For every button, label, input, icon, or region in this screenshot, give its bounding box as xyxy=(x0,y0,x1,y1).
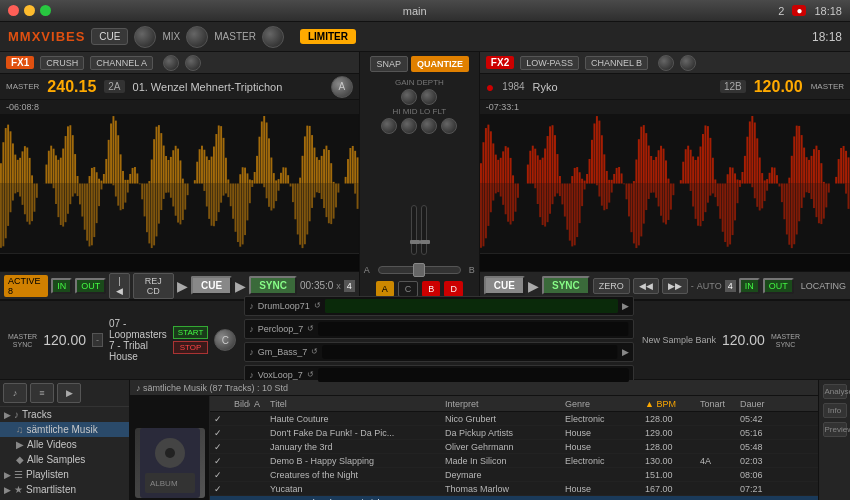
mid-knob[interactable] xyxy=(401,118,417,134)
svg-rect-82 xyxy=(96,184,98,224)
sampler-c-btn[interactable]: C xyxy=(214,329,236,351)
fx1-channel-btn[interactable]: CHANNEL A xyxy=(90,56,153,70)
gain-knob-right[interactable] xyxy=(421,89,437,105)
svg-rect-234 xyxy=(278,184,280,191)
master-knob[interactable] xyxy=(262,26,284,48)
deck-left: FX1 CRUSH CHANNEL A MASTER 240.15 2A 01.… xyxy=(0,52,360,299)
sample-play-3[interactable]: ▶ xyxy=(622,347,629,357)
svg-rect-217 xyxy=(258,137,260,184)
track-row-2[interactable]: ✓ January the 3rd Oliver Gehrmann House … xyxy=(210,440,818,454)
svg-rect-531 xyxy=(761,173,763,183)
fx1-effect-btn[interactable]: CRUSH xyxy=(40,56,84,70)
cue-big-left[interactable]: CUE xyxy=(191,276,232,295)
limiter-button[interactable]: LIMITER xyxy=(300,29,356,44)
dataset-icon-btn[interactable]: ≡ xyxy=(30,383,54,403)
sidebar-item-smartlisten[interactable]: ▶ ★ Smartlisten xyxy=(0,482,129,497)
svg-rect-360 xyxy=(549,184,551,214)
sidebar-item-alle-musik[interactable]: ♫ sämtliche Musik xyxy=(0,422,129,437)
sync-btn-left[interactable]: SYNC xyxy=(249,276,297,295)
cue-knob[interactable] xyxy=(134,26,156,48)
track-row-5[interactable]: ✓ Yucatan Thomas Marlow House 167.00 07:… xyxy=(210,482,818,496)
rew-btn-left[interactable]: REJ CD xyxy=(133,273,174,299)
hi-knob[interactable] xyxy=(381,118,397,134)
cue-big-right[interactable]: CUE xyxy=(484,276,525,295)
play-left[interactable]: ▶ xyxy=(177,278,188,294)
cue-button-left[interactable]: CUE xyxy=(91,28,128,45)
fader-right[interactable] xyxy=(421,205,427,255)
in-btn-left[interactable]: IN xyxy=(51,278,72,294)
rwd-btn-right[interactable]: ◀◀ xyxy=(633,278,659,294)
sample-play-1[interactable]: ▶ xyxy=(622,301,629,311)
svg-rect-517 xyxy=(744,156,746,184)
svg-rect-328 xyxy=(509,184,511,225)
info-button[interactable]: Info xyxy=(823,403,847,418)
track-row-1[interactable]: ✓ Don't Fake Da Funk! - Da Pic... Da Pic… xyxy=(210,426,818,440)
collection-icon-btn[interactable]: ♪ xyxy=(3,383,27,403)
minimize-button[interactable] xyxy=(24,5,35,16)
svg-rect-210 xyxy=(249,184,251,204)
fader-left[interactable] xyxy=(411,205,417,255)
col-header-key[interactable]: Tonart xyxy=(696,399,736,409)
svg-rect-19 xyxy=(22,151,24,183)
sample-icon-3: ♪ xyxy=(249,347,254,357)
mix-knob[interactable] xyxy=(186,26,208,48)
master-indicator-left: MASTER xyxy=(6,82,39,91)
sync-btn-right[interactable]: SYNC xyxy=(542,276,590,295)
prepare-icon-btn[interactable]: ▶ xyxy=(57,383,81,403)
sidebar-item-playlisten[interactable]: ▶ ☰ Playlisten xyxy=(0,467,129,482)
sidebar-item-tracks[interactable]: ▶ ♪ Tracks xyxy=(0,407,129,422)
snap-button[interactable]: SNAP xyxy=(370,56,409,72)
col-header-bilder: Bilder xyxy=(230,399,250,409)
sampler-minus-btn[interactable]: - xyxy=(92,333,103,347)
fx2-knob2[interactable] xyxy=(680,55,696,71)
stop-btn[interactable]: STOP xyxy=(173,341,208,354)
svg-rect-188 xyxy=(223,184,225,196)
mixer-row-2 xyxy=(362,118,477,134)
col-header-title[interactable]: Titel xyxy=(266,399,441,409)
track-row-0[interactable]: ✓ Haute Couture Nico Grubert Electronic … xyxy=(210,412,818,426)
close-button[interactable] xyxy=(8,5,19,16)
maximize-button[interactable] xyxy=(40,5,51,16)
col-header-genre[interactable]: Genre xyxy=(561,399,641,409)
out-btn-left[interactable]: OUT xyxy=(75,278,106,294)
fx2-channel-btn[interactable]: CHANNEL B xyxy=(585,56,648,70)
crossfader[interactable] xyxy=(378,266,461,274)
preview-button[interactable]: Preview xyxy=(823,422,847,437)
in-btn-right[interactable]: IN xyxy=(739,278,760,294)
col-header-dur[interactable]: Dauer xyxy=(736,399,781,409)
quantize-button[interactable]: QUANTIZE xyxy=(411,56,469,72)
col-header-bpm[interactable]: ▲ BPM xyxy=(641,399,696,409)
fx1-knob2[interactable] xyxy=(185,55,201,71)
lo-knob[interactable] xyxy=(421,118,437,134)
mix-label: MIX xyxy=(162,31,180,42)
analyse-button[interactable]: Analyse xyxy=(823,384,847,399)
track-row-4[interactable]: ✓ Creatures of the Night Deymare 151.00 … xyxy=(210,468,818,482)
row1-check: ✓ xyxy=(210,428,230,438)
svg-rect-505 xyxy=(729,167,731,183)
row5-bpm: 167.00 xyxy=(641,484,696,494)
gain-knob-left[interactable] xyxy=(401,89,417,105)
prev-btn-left[interactable]: |◀ xyxy=(109,273,129,299)
track-row-6[interactable]: ▶ A 01. Wenzel Mehnert-Triptichon 240.15… xyxy=(210,496,818,500)
svg-rect-226 xyxy=(268,184,270,207)
svg-rect-405 xyxy=(606,171,608,184)
row3-title: Demo B - Happy Slapping xyxy=(266,456,441,466)
zero-btn-right[interactable]: ZERO xyxy=(593,278,630,294)
fx2-effect-btn[interactable]: LOW-PASS xyxy=(520,56,579,70)
fwd-btn-right[interactable]: ▶▶ xyxy=(662,278,688,294)
play-btn-left[interactable]: ▶ xyxy=(235,278,246,294)
play-btn-right[interactable]: ▶ xyxy=(528,278,539,294)
track-row-3[interactable]: ✓ Demo B - Happy Slapping Made In Silico… xyxy=(210,454,818,468)
row2-genre: House xyxy=(561,442,641,452)
out-btn-right[interactable]: OUT xyxy=(763,278,794,294)
deck-left-a-btn[interactable]: A xyxy=(331,76,353,98)
svg-rect-115 xyxy=(136,173,138,183)
sidebar-item-alle-videos[interactable]: ▶ Alle Videos xyxy=(0,437,129,452)
sidebar-item-alle-samples[interactable]: ◆ Alle Samples xyxy=(0,452,129,467)
flt-knob[interactable] xyxy=(441,118,457,134)
col-header-artist[interactable]: Interpret xyxy=(441,399,561,409)
svg-rect-228 xyxy=(270,184,272,211)
fx1-knob1[interactable] xyxy=(163,55,179,71)
fx2-knob1[interactable] xyxy=(658,55,674,71)
start-btn[interactable]: START xyxy=(173,326,208,339)
